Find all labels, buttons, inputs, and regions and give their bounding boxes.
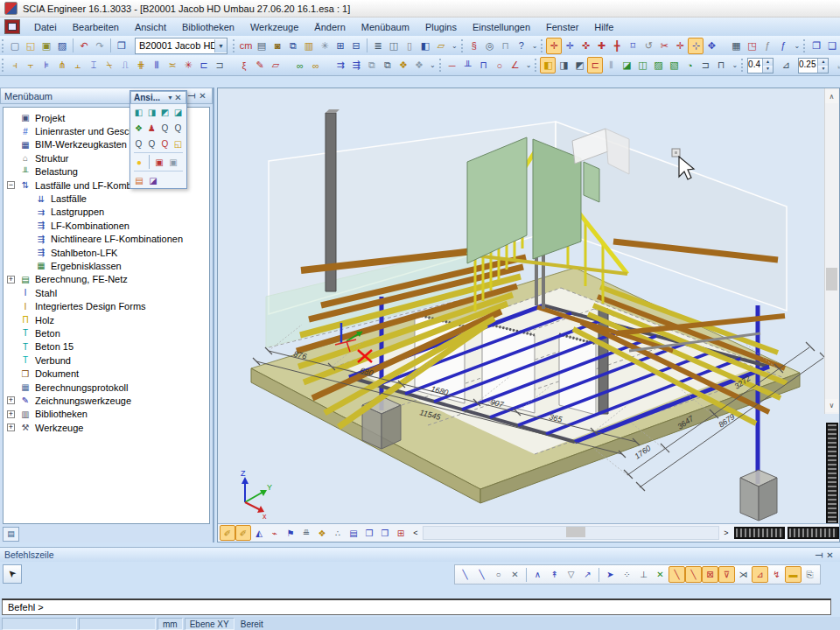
close-icon[interactable]: ✕	[824, 550, 836, 560]
paste-icon[interactable]: ⧉	[380, 57, 396, 74]
status-unit[interactable]: mm	[158, 618, 183, 630]
fx-gray-icon[interactable]: ƒ	[760, 38, 775, 54]
save-icon[interactable]: ▨	[54, 38, 70, 54]
hatch-6-icon[interactable]: ◪	[619, 57, 634, 74]
activity-icon[interactable]: ⧉	[285, 38, 301, 54]
pin-icon[interactable]: T	[814, 550, 823, 561]
tree-item-bibliotheken[interactable]: +▥Bibliotheken	[4, 408, 209, 421]
node-grid-icon[interactable]: ╋	[609, 38, 625, 54]
node-undo-icon[interactable]: ↺	[640, 38, 656, 54]
node-move-icon[interactable]: ✛	[672, 38, 688, 54]
snap-tri-icon[interactable]: ▽	[563, 566, 579, 583]
vertical-scroll-thumb[interactable]	[826, 268, 837, 290]
menu-item-werkzeuge[interactable]: Werkzeuge	[242, 20, 306, 34]
tree-item-beton[interactable]: TBeton	[4, 326, 209, 340]
tree-item-stahl[interactable]: ⅠStahl	[4, 286, 209, 299]
hatch-4-icon[interactable]: ⊏	[587, 57, 603, 74]
snap-circle-icon[interactable]: ○	[490, 566, 507, 583]
dropdown-icon[interactable]: ▼	[167, 94, 173, 101]
expand-expander[interactable]: +	[7, 276, 15, 284]
expand-expander[interactable]: +	[7, 396, 15, 404]
line-icon[interactable]: ─	[444, 57, 460, 74]
selection-cursor-button[interactable]: ➤	[3, 564, 22, 584]
ucs-draw-1-icon[interactable]: ✐	[220, 525, 235, 541]
angle-snap-icon[interactable]: ⊿	[778, 57, 794, 74]
toolbar-grip[interactable]	[2, 39, 4, 52]
snap-endpoint-icon[interactable]: ╲	[668, 566, 685, 583]
scroll-down-icon[interactable]: ∨	[825, 399, 838, 412]
overflow-chevron-icon[interactable]: ⌄	[430, 61, 436, 69]
table-input-icon[interactable]: ⊞	[332, 38, 348, 54]
menu-item-fenster[interactable]: Fenster	[538, 20, 586, 34]
view-pan-icon[interactable]: ❖	[132, 121, 145, 135]
load-display-icon[interactable]: ⌁	[267, 525, 283, 541]
tree-item-holz[interactable]: ΠHolz	[4, 313, 209, 326]
expand-expander[interactable]: +	[7, 424, 15, 431]
title-bar[interactable]: SCIA Engineer 16.1.3033 - [B20001 Jacob …	[0, 0, 840, 18]
collapse-expander[interactable]: −	[7, 181, 15, 189]
window-a-icon[interactable]: ❐	[361, 525, 377, 541]
snap-vertex-icon[interactable]: ⊽	[718, 566, 735, 583]
move-cross-icon[interactable]: ✥	[704, 38, 719, 54]
menu-item-datei[interactable]: Datei	[26, 20, 65, 34]
hatch-11-icon[interactable]: ⊐	[697, 57, 713, 74]
toolbar-grip[interactable]	[233, 39, 234, 52]
menu-item-hilfe[interactable]: Hilfe	[586, 20, 621, 34]
document-export-icon[interactable]: ◧	[417, 38, 433, 54]
status-plane[interactable]: Ebene XY	[185, 618, 234, 630]
snap-cursor-icon[interactable]: ➤	[602, 566, 619, 583]
panel-tab-icon[interactable]: ▤	[3, 527, 19, 542]
clipboard-icon[interactable]: ▥	[301, 38, 317, 54]
hatch-9-icon[interactable]: ▧	[666, 57, 682, 74]
snap-list-icon[interactable]: ⎘	[802, 566, 818, 583]
menu-item-plugins[interactable]: Plugins	[417, 20, 465, 34]
tree-item-lastgruppen[interactable]: ⇉Lastgruppen	[4, 206, 209, 219]
overflow-chevron-icon[interactable]: ⌄	[452, 42, 458, 50]
overflow-chevron-icon[interactable]: ⌄	[532, 42, 538, 50]
zoom-in-icon[interactable]: Q	[172, 121, 185, 135]
snap-arc-icon[interactable]: ⊿	[752, 566, 768, 583]
multicopy-icon[interactable]: ⇶	[348, 57, 364, 74]
pin-icon[interactable]: T	[186, 90, 196, 102]
undo-icon[interactable]: ↶	[76, 38, 92, 54]
tree-item-stahlbeton-lfk[interactable]: ⇶Stahlbeton-LFK	[4, 246, 209, 259]
ucs-draw-2-icon[interactable]: ✐	[235, 525, 251, 541]
snap-intersect-icon[interactable]: ✕	[652, 566, 668, 583]
zoom-prev-icon[interactable]: Q	[132, 136, 145, 150]
ansicht-floating-panel[interactable]: Ansi... ▼ ✕ ◧◨◩◪ ❖♟QQ QQQ◱ ●▣▣ ▤◪	[130, 90, 187, 189]
calculator-icon[interactable]: ▦	[728, 38, 744, 54]
snap-angle-spinner[interactable]: 0.25 ▲▼	[798, 58, 829, 74]
tree-item-verbund[interactable]: TVerbund	[4, 354, 209, 367]
book-view-icon[interactable]: ▤	[346, 525, 361, 541]
toolbar-grip[interactable]	[439, 59, 441, 72]
node-add-icon[interactable]: ✚	[593, 38, 609, 54]
toolbar-grip[interactable]	[535, 59, 536, 72]
menu-item-einstellungen[interactable]: Einstellungen	[465, 20, 538, 34]
snap-segment-icon[interactable]: ╲	[473, 566, 490, 583]
light-icon[interactable]: ●	[132, 155, 146, 169]
lock-icon[interactable]: §	[466, 38, 482, 54]
node-active-icon[interactable]: ⊹	[688, 38, 704, 54]
overflow-chevron-icon[interactable]: ⌄	[732, 61, 738, 69]
tree-item-lastfälle[interactable]: ⇊Lastfälle	[4, 192, 209, 205]
beam-tool-1-icon[interactable]: ⫞	[7, 57, 23, 74]
snap-distance-spinner[interactable]: 0.4 ▲▼	[747, 58, 774, 74]
tree-item-dokument[interactable]: ❒Dokument	[4, 367, 209, 380]
tree-item-integriertes-design-forms[interactable]: ⅠIntegriertes Design Forms	[4, 299, 209, 312]
beam-tool-12-icon[interactable]: ✳	[180, 57, 196, 74]
draw-icon[interactable]: ✎	[252, 57, 268, 74]
beam-tool-8-icon[interactable]: ⎍	[117, 57, 133, 74]
hatch-10-icon[interactable]: ◔	[682, 57, 697, 74]
angle-icon[interactable]: ∠	[508, 57, 523, 74]
hatch-7-icon[interactable]: ◫	[634, 57, 650, 74]
table-results-icon[interactable]: ⊟	[348, 38, 364, 54]
snap-midpoint-icon[interactable]: ╲	[685, 566, 702, 583]
close-icon[interactable]: ✕	[173, 93, 183, 102]
redo-icon[interactable]: ↷	[92, 38, 108, 54]
menu-item-ändern[interactable]: Ändern	[306, 20, 353, 34]
node-label-icon[interactable]: ✜	[578, 38, 593, 54]
snap-peak-icon[interactable]: ∧	[529, 566, 546, 583]
expand-expander[interactable]: +	[7, 410, 15, 418]
snap-up-icon[interactable]: ↟	[546, 566, 563, 583]
units-icon[interactable]: cm	[238, 38, 254, 54]
